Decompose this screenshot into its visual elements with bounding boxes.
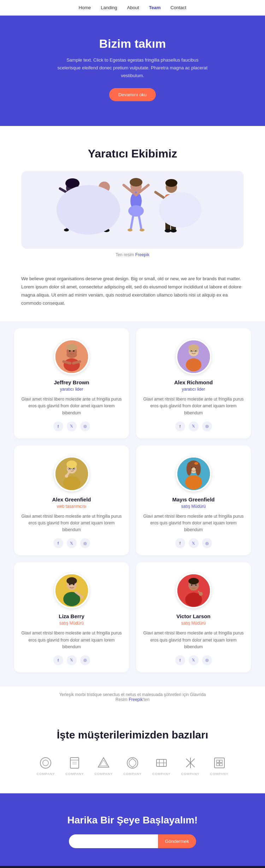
freepik-note: Ten resim Freepik xyxy=(21,252,244,257)
jeffrey-instagram[interactable]: ◎ xyxy=(80,421,90,431)
alex-r-twitter[interactable]: 𝕏 xyxy=(189,421,199,431)
client-label-5: COMPANY xyxy=(152,772,171,776)
svg-point-90 xyxy=(191,585,192,586)
section-description: We believe great organisations deserve g… xyxy=(0,275,265,321)
client-icon-7 xyxy=(212,755,227,771)
svg-point-95 xyxy=(40,758,51,768)
victor-social: f 𝕏 ◎ xyxy=(143,655,244,665)
nav-home[interactable]: Home xyxy=(79,5,91,10)
svg-point-37 xyxy=(170,229,177,232)
svg-line-32 xyxy=(155,192,165,199)
jeffrey-facebook[interactable]: f xyxy=(53,421,63,431)
avatar-victor xyxy=(176,573,211,608)
alex-g-name: Alex Greenfield xyxy=(21,496,122,502)
team-card-alex-r: Alex Richmond yaratıcı lider Glavi amet … xyxy=(136,328,251,438)
nav-team[interactable]: Team xyxy=(149,5,161,10)
svg-point-55 xyxy=(188,344,199,351)
liza-name: Liza Berry xyxy=(21,613,122,619)
victor-desc: Glavi amet ritnisl libero molestie ante … xyxy=(143,630,244,650)
alex-r-instagram[interactable]: ◎ xyxy=(202,421,212,431)
svg-point-75 xyxy=(194,462,198,465)
svg-point-96 xyxy=(43,760,48,766)
svg-point-44 xyxy=(66,344,77,350)
blob-1 xyxy=(57,185,120,235)
svg-point-92 xyxy=(188,578,199,585)
jeffrey-desc: Glavi amet ritnisl libero molestie ante … xyxy=(21,396,122,416)
bottom-bar: Sample text. Click to select the Text El… xyxy=(0,866,265,868)
client-icon-2 xyxy=(67,755,82,771)
team-bottom-note: Yerleşik morbi tristique senectus et net… xyxy=(0,686,265,708)
alex-g-instagram[interactable]: ◎ xyxy=(80,538,90,548)
footer-submit-button[interactable]: Göndermek xyxy=(158,834,196,848)
mayis-role: satış Müdürü xyxy=(143,504,244,509)
footer-cta-title: Harika Bir Şeye Başlayalım! xyxy=(14,815,251,826)
victor-twitter[interactable]: 𝕏 xyxy=(189,655,199,665)
liza-facebook[interactable]: f xyxy=(53,655,63,665)
mayis-facebook[interactable]: f xyxy=(175,538,185,548)
footer-form: Göndermek xyxy=(69,834,196,848)
freepik-link[interactable]: Freepik xyxy=(135,252,149,257)
nav-contact[interactable]: Contact xyxy=(171,5,187,10)
victor-facebook[interactable]: f xyxy=(175,655,185,665)
alex-g-desc: Glavi amet ritnisl libero molestie ante … xyxy=(21,513,122,534)
svg-point-30 xyxy=(165,179,177,187)
team-illustration xyxy=(21,171,244,249)
client-logo-1: COMPANY xyxy=(37,755,55,776)
alex-r-social: f 𝕏 ◎ xyxy=(143,421,244,431)
client-icon-4 xyxy=(125,755,140,771)
client-logo-3: COMPANY xyxy=(94,755,113,776)
svg-line-45 xyxy=(64,362,70,363)
blob-2 xyxy=(159,192,201,228)
client-icon-6 xyxy=(183,755,198,771)
freepik-link-bottom[interactable]: Freepik xyxy=(129,697,143,702)
creative-section: Yaratıcı Ekibimiz xyxy=(0,126,265,275)
svg-point-22 xyxy=(128,205,144,217)
svg-point-28 xyxy=(140,229,145,231)
nav-landing[interactable]: Landing xyxy=(101,5,117,10)
svg-marker-102 xyxy=(100,760,107,766)
jeffrey-social: f 𝕏 ◎ xyxy=(21,421,122,431)
alex-r-desc: Glavi amet ritnisl libero molestie ante … xyxy=(143,396,244,416)
mayis-social: f 𝕏 ◎ xyxy=(143,538,244,548)
svg-point-58 xyxy=(63,476,80,490)
alex-r-facebook[interactable]: f xyxy=(175,421,185,431)
mayis-name: Mayıs Greenfield xyxy=(143,496,244,502)
svg-point-66 xyxy=(65,475,68,478)
client-logo-5: COMPANY xyxy=(152,755,171,776)
client-label-6: COMPANY xyxy=(181,772,200,776)
avatar-alex-g xyxy=(54,456,89,492)
mayis-instagram[interactable]: ◎ xyxy=(202,538,212,548)
alex-g-facebook[interactable]: f xyxy=(53,538,63,548)
svg-point-83 xyxy=(81,596,83,598)
avatar-jeffrey xyxy=(54,339,89,374)
main-nav: Home Landing About Team Contact xyxy=(0,0,265,16)
jeffrey-name: Jeffrey Brown xyxy=(21,379,122,385)
alex-g-social: f 𝕏 ◎ xyxy=(21,538,122,548)
client-logo-7: COMPANY xyxy=(210,755,229,776)
svg-point-73 xyxy=(186,462,192,476)
victor-instagram[interactable]: ◎ xyxy=(202,655,212,665)
liza-role: satış Müdürü xyxy=(21,621,122,626)
liza-desc: Glavi amet ritnisl libero molestie ante … xyxy=(21,630,122,650)
svg-point-49 xyxy=(186,358,201,372)
svg-line-25 xyxy=(131,215,133,229)
svg-point-36 xyxy=(165,229,171,232)
alex-g-twitter[interactable]: 𝕏 xyxy=(67,538,77,548)
svg-rect-97 xyxy=(70,758,79,768)
svg-line-46 xyxy=(73,362,80,363)
liza-instagram[interactable]: ◎ xyxy=(80,655,90,665)
team-grid: Jeffrey Brown yaratıcı lider Glavi amet … xyxy=(14,328,251,672)
nav-about[interactable]: About xyxy=(127,5,139,10)
mayis-twitter[interactable]: 𝕏 xyxy=(189,538,199,548)
hero-cta-button[interactable]: Devamını oku xyxy=(109,88,156,101)
jeffrey-twitter[interactable]: 𝕏 xyxy=(67,421,77,431)
client-logo-4: COMPANY xyxy=(123,755,142,776)
team-card-victor: Victor Larson satış Müdürü Glavi amet ri… xyxy=(136,562,251,672)
client-label-3: COMPANY xyxy=(94,772,113,776)
hero-section: Bizim takım Sample text. Click to Egesta… xyxy=(0,16,265,126)
liza-twitter[interactable]: 𝕏 xyxy=(67,655,77,665)
footer-email-input[interactable] xyxy=(69,834,158,848)
svg-point-81 xyxy=(66,577,77,585)
team-cards-section: Jeffrey Brown yaratıcı lider Glavi amet … xyxy=(0,321,265,686)
alex-r-name: Alex Richmond xyxy=(143,379,244,385)
